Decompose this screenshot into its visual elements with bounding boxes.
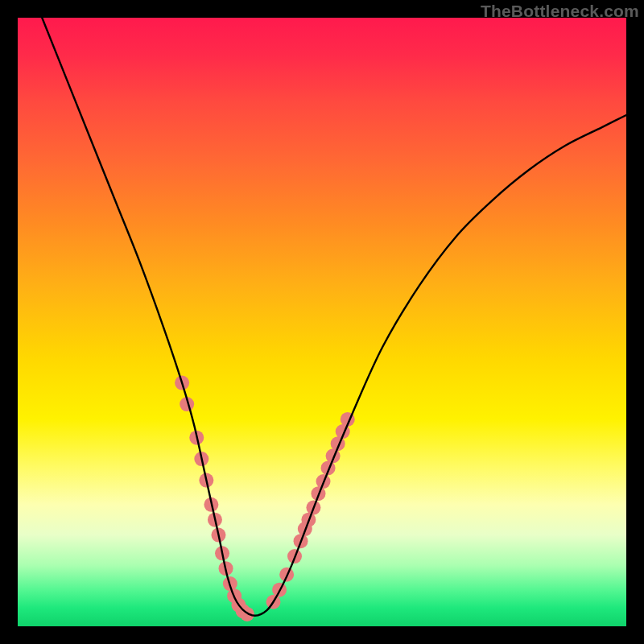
markers-right xyxy=(266,412,355,609)
bottleneck-curve xyxy=(42,18,626,616)
chart-svg xyxy=(18,18,626,626)
chart-frame xyxy=(18,18,626,626)
plot-area xyxy=(18,18,626,626)
markers-left xyxy=(175,376,254,621)
